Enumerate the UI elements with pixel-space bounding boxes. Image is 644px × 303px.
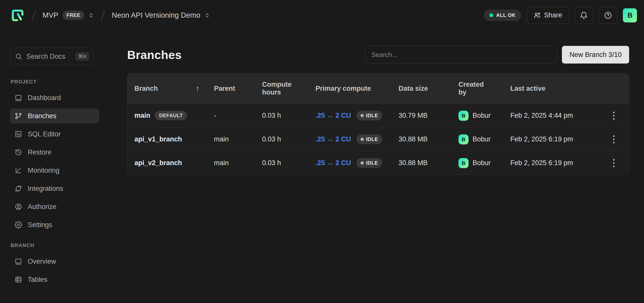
bell-icon [580,11,588,19]
sidebar-item-settings[interactable]: Settings [10,217,99,232]
compute-hours-cell: 0.03 h [262,135,315,143]
row-menu-button[interactable] [608,156,619,171]
dashboard-icon [15,94,22,102]
creator-name: Bobur [473,112,491,119]
created-by-cell: B Bobur [458,158,510,168]
primary-compute-value[interactable]: .25 ↔ 2 CU [315,112,351,119]
sidebar-item-restore[interactable]: Restore [10,145,99,160]
neon-logo-icon[interactable] [11,8,25,22]
idle-dot-icon [361,138,364,141]
breadcrumb-slash [31,10,36,21]
page-title: Branches [127,48,182,62]
share-button[interactable]: Share [527,7,569,24]
table-row[interactable]: api_v1_branch main 0.03 h .25 ↔ 2 CU IDL… [127,127,629,151]
sidebar-item-monitoring[interactable]: Monitoring [10,163,99,178]
data-size-cell: 30.88 MB [399,159,458,167]
primary-compute-value[interactable]: .25 ↔ 2 CU [315,135,351,143]
data-size-cell: 30.88 MB [399,135,458,143]
branch-name[interactable]: api_v2_branch [134,159,182,167]
last-active-cell: Feb 2, 2025 6:19 pm [510,135,604,143]
column-header-branch[interactable]: Branch ↑ [134,84,214,93]
user-avatar[interactable]: B [623,8,637,22]
sidebar-item-tables[interactable]: Tables [10,272,99,287]
sidebar-item-label: SQL Editor [28,130,61,138]
column-header-primary-compute: Primary compute [315,85,399,93]
creator-avatar: B [458,111,469,121]
sort-ascending-icon[interactable]: ↑ [196,84,199,93]
column-header-last-active: Last active [510,85,604,93]
window-icon [15,258,22,265]
chevron-updown-icon [204,12,210,19]
parent-cell: main [214,135,262,143]
creator-avatar: B [458,158,469,168]
sidebar: Search Docs ⌘K PROJECT Dashboard [0,31,110,303]
terminal-icon [15,130,22,138]
sidebar-item-branches[interactable]: Branches [10,108,99,124]
branch-name[interactable]: api_v1_branch [134,135,182,143]
creator-name: Bobur [473,135,491,143]
keyboard-shortcut-badge: ⌘K [76,52,89,61]
branch-search-input[interactable] [365,46,557,64]
sidebar-item-authorize[interactable]: Authorize [10,199,99,214]
sidebar-item-integrations[interactable]: Integrations [10,181,99,196]
primary-compute-value[interactable]: .25 ↔ 2 CU [315,159,351,167]
default-badge: DEFAULT [155,111,187,120]
created-by-cell: B Bobur [458,134,510,144]
compute-state-badge: IDLE [356,111,382,120]
table-row[interactable]: api_v2_branch main 0.03 h .25 ↔ 2 CU IDL… [127,151,629,175]
sidebar-item-sql-editor[interactable]: SQL Editor [10,127,99,142]
row-menu-button[interactable] [608,108,619,123]
last-active-cell: Feb 2, 2025 4:44 pm [510,112,604,119]
sidebar-item-label: Authorize [28,203,56,211]
notifications-button[interactable] [575,7,593,24]
table-header-row: Branch ↑ Parent Compute hours Primary co… [127,73,629,104]
sidebar-item-label: Integrations [28,185,63,193]
project-switcher[interactable]: MVP FREE [43,11,94,20]
topbar-left: MVP FREE Neon API Versioning Demo [11,8,210,22]
status-label: ALL OK [496,12,516,18]
compute-state-badge: IDLE [356,158,382,168]
sidebar-item-label: Restore [28,148,52,156]
search-docs-button[interactable]: Search Docs ⌘K [10,48,93,65]
plan-badge: FREE [62,11,84,20]
sidebar-item-label: Branches [28,112,56,120]
table-row[interactable]: main DEFAULT - 0.03 h .25 ↔ 2 CU IDLE 30… [127,104,629,127]
sidebar-item-label: Overview [28,258,56,265]
main-content: Branches New Branch 3/10 Branch ↑ Parent [110,31,644,303]
search-icon [15,53,22,60]
creator-name: Bobur [473,159,491,167]
column-header-data-size: Data size [399,85,458,93]
sidebar-item-overview[interactable]: Overview [10,254,99,269]
branch-switcher[interactable]: Neon API Versioning Demo [112,11,210,19]
data-size-cell: 30.79 MB [399,112,458,119]
new-branch-button[interactable]: New Branch 3/10 [562,46,629,64]
sidebar-item-dashboard[interactable]: Dashboard [10,90,99,105]
compute-state-badge: IDLE [356,134,382,144]
last-active-cell: Feb 2, 2025 6:19 pm [510,159,604,167]
sidebar-item-label: Monitoring [28,167,59,174]
idle-dot-icon [361,161,364,165]
help-icon [604,11,612,19]
branch-name[interactable]: main [134,112,150,119]
compute-hours-cell: 0.03 h [262,112,315,119]
section-label-branch: BRANCH [11,243,110,248]
sync-icon [15,185,22,192]
user-circle-icon [15,203,22,210]
row-menu-button[interactable] [608,132,619,147]
users-icon [533,12,541,19]
parent-cell: main [214,159,262,167]
gear-icon [15,221,22,229]
branches-table: Branch ↑ Parent Compute hours Primary co… [127,73,629,175]
table-icon [15,276,22,283]
project-name: MVP [43,11,58,19]
help-button[interactable] [599,7,617,24]
share-label: Share [544,11,562,19]
topbar-right: ALL OK Share [484,7,637,24]
parent-cell: - [214,112,262,119]
sidebar-item-label: Dashboard [28,94,61,102]
chart-icon [15,167,22,174]
git-branch-icon [15,112,22,120]
sidebar-item-label: Settings [28,221,52,229]
status-badge[interactable]: ALL OK [484,10,521,21]
branch-selector-label: Neon API Versioning Demo [112,11,200,19]
